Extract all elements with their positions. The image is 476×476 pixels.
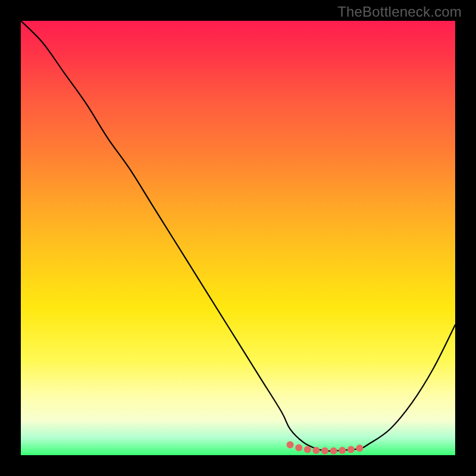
highlight-dot: [312, 447, 320, 454]
watermark-text: TheBottleneck.com: [337, 4, 462, 20]
curve-layer: [21, 21, 455, 455]
highlight-dot: [321, 447, 328, 455]
highlight-dot: [339, 447, 346, 454]
highlight-dots: [287, 441, 364, 454]
highlight-dot: [356, 444, 363, 452]
highlight-dot: [347, 446, 355, 453]
highlight-dot: [287, 441, 294, 448]
bottleneck-curve: [21, 21, 455, 451]
highlight-dot: [295, 444, 302, 452]
highlight-dot: [330, 447, 337, 455]
chart-frame: TheBottleneck.com: [0, 0, 476, 476]
plot-area: [21, 21, 455, 455]
highlight-dot: [304, 446, 311, 453]
